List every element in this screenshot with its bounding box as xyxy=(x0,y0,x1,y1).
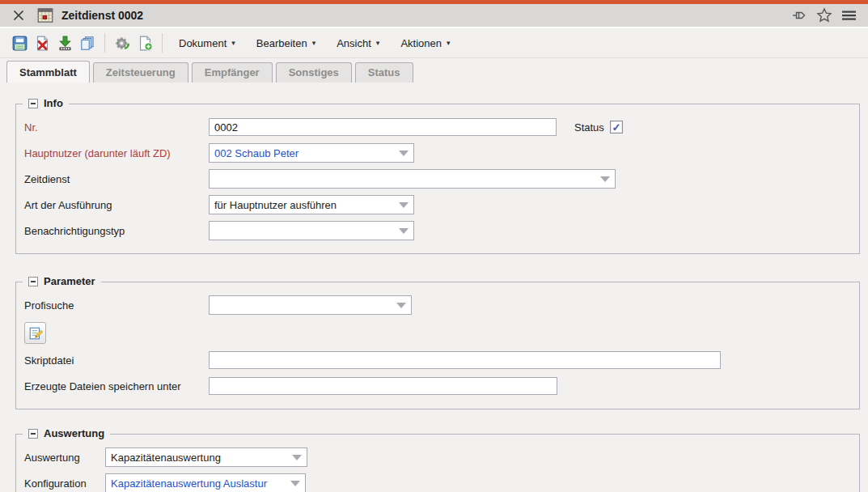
chevron-down-icon: ▾ xyxy=(376,40,380,47)
art-der-ausfuehrung-value: für Hauptnutzer ausführen xyxy=(210,196,394,214)
toolbar-separator xyxy=(104,33,105,53)
hauptnutzer-dropdown[interactable]: 002 Schaub Peter xyxy=(209,143,414,163)
delete-document-icon xyxy=(35,36,50,51)
pin-icon xyxy=(792,9,808,22)
auswertung-dropdown[interactable]: Kapazitätenauswertung xyxy=(105,447,307,467)
hauptnutzer-label: Hauptnutzer (darunter läuft ZD) xyxy=(24,147,209,159)
dropdown-arrow-icon xyxy=(394,196,413,214)
save-icon xyxy=(12,36,28,51)
konfiguration-value: Kapazitätenauswertung Auslastur xyxy=(106,474,286,492)
dropdown-arrow-icon xyxy=(394,144,413,162)
toolbar-separator xyxy=(162,33,163,53)
copy-button[interactable] xyxy=(76,32,99,54)
import-button[interactable] xyxy=(53,32,76,54)
toolbar: Dokument ▾ Bearbeiten ▾ Ansicht ▾ Aktion… xyxy=(0,28,868,58)
art-der-ausfuehrung-label: Art der Ausführung xyxy=(24,199,209,211)
group-title: Parameter xyxy=(44,275,95,287)
tab-empfaenger[interactable]: Empfänger xyxy=(192,62,273,83)
collapse-toggle[interactable] xyxy=(28,429,38,439)
form-content: Info Nr. Status ✓ Hauptnutzer (darunter … xyxy=(0,83,868,492)
field-row-erzeugte-dateien: Erzeugte Dateien speichern unter xyxy=(24,376,851,396)
page-title: Zeitdienst 0002 xyxy=(61,9,143,22)
zeitdienst-value xyxy=(210,170,595,188)
erzeugte-dateien-input[interactable] xyxy=(209,377,557,395)
art-der-ausfuehrung-dropdown[interactable]: für Hauptnutzer ausführen xyxy=(209,195,414,214)
hamburger-icon xyxy=(841,9,857,22)
collapse-toggle[interactable] xyxy=(28,277,38,286)
star-icon xyxy=(816,7,832,23)
field-row-edit-button xyxy=(24,321,851,344)
zeitdienst-dropdown[interactable] xyxy=(209,169,616,189)
copy-icon xyxy=(80,36,95,51)
menu-bearbeiten[interactable]: Bearbeiten ▾ xyxy=(246,32,326,54)
minus-icon xyxy=(31,281,36,282)
new-document-icon xyxy=(138,36,153,51)
minus-icon xyxy=(31,103,36,104)
collapse-toggle[interactable] xyxy=(28,99,38,108)
pin-button[interactable] xyxy=(790,6,810,25)
auswertung-label: Auswertung xyxy=(24,452,105,464)
chevron-down-icon: ▾ xyxy=(312,40,316,47)
menu-ansicht[interactable]: Ansicht ▾ xyxy=(326,32,390,54)
field-row-art: Art der Ausführung für Hauptnutzer ausfü… xyxy=(24,195,851,214)
menu-dokument[interactable]: Dokument ▾ xyxy=(168,32,246,54)
auswertung-value: Kapazitätenauswertung xyxy=(106,448,287,466)
profisuche-value xyxy=(210,296,392,314)
edit-profisuche-button[interactable] xyxy=(24,322,46,344)
group-auswertung-legend: Auswertung xyxy=(23,427,110,439)
chevron-down-icon: ▾ xyxy=(447,40,451,47)
save-button[interactable] xyxy=(8,32,31,54)
dropdown-arrow-icon xyxy=(595,170,615,188)
title-bar: Zeitdienst 0002 xyxy=(0,4,868,28)
tab-status[interactable]: Status xyxy=(355,62,413,83)
konfiguration-dropdown[interactable]: Kapazitätenauswertung Auslastur xyxy=(105,473,306,492)
app-window: Zeitdienst 0002 xyxy=(0,0,868,492)
window-menu-button[interactable] xyxy=(839,6,858,25)
field-row-auswertung: Auswertung Kapazitätenauswertung xyxy=(24,447,851,467)
dropdown-arrow-icon xyxy=(394,222,413,240)
profisuche-dropdown[interactable] xyxy=(209,295,412,315)
new-document-button[interactable] xyxy=(133,32,156,54)
skriptdatei-label: Skriptdatei xyxy=(24,354,209,367)
status-field: Status ✓ xyxy=(574,121,623,134)
tab-bar: Stammblatt Zeitsteuerung Empfänger Sonst… xyxy=(0,58,868,83)
field-row-skriptdatei: Skriptdatei xyxy=(24,350,851,370)
nr-label: Nr. xyxy=(24,121,209,134)
skriptdatei-input[interactable] xyxy=(209,351,721,369)
field-row-benachrichtigungstyp: Benachrichtigungstyp xyxy=(24,221,851,240)
group-title: Info xyxy=(44,97,63,109)
group-info: Info Nr. Status ✓ Hauptnutzer (darunter … xyxy=(15,104,860,254)
menu-label: Dokument xyxy=(179,37,227,49)
favorite-button[interactable] xyxy=(815,6,834,25)
edit-document-icon xyxy=(28,326,43,341)
status-checkbox[interactable]: ✓ xyxy=(610,121,623,134)
status-label: Status xyxy=(574,121,604,134)
nr-input[interactable] xyxy=(209,118,557,136)
dropdown-arrow-icon xyxy=(286,474,305,492)
field-row-zeitdienst: Zeitdienst xyxy=(24,169,851,189)
menu-label: Ansicht xyxy=(337,37,371,49)
profisuche-label: Profisuche xyxy=(24,299,209,312)
field-row-konfiguration: Konfiguration Kapazitätenauswertung Ausl… xyxy=(24,473,851,492)
delete-button[interactable] xyxy=(31,32,53,54)
benachrichtigungstyp-dropdown[interactable] xyxy=(209,221,414,240)
zeitdienst-calendar-icon xyxy=(37,7,53,23)
benachrichtigungstyp-value xyxy=(210,222,394,240)
dropdown-arrow-icon xyxy=(287,448,307,466)
tab-sonstiges[interactable]: Sonstiges xyxy=(276,62,352,83)
tab-zeitsteuerung[interactable]: Zeitsteuerung xyxy=(93,62,188,83)
field-row-hauptnutzer: Hauptnutzer (darunter läuft ZD) 002 Scha… xyxy=(24,143,851,163)
group-info-legend: Info xyxy=(23,97,69,109)
menu-label: Aktionen xyxy=(400,37,442,49)
group-parameter-legend: Parameter xyxy=(23,275,101,287)
hauptnutzer-value: 002 Schaub Peter xyxy=(210,144,394,162)
close-button[interactable] xyxy=(10,6,28,24)
zeitdienst-label: Zeitdienst xyxy=(24,173,209,185)
menu-aktionen[interactable]: Aktionen ▾ xyxy=(390,32,460,54)
group-title: Auswertung xyxy=(44,427,104,439)
chevron-down-icon: ▾ xyxy=(231,40,235,47)
group-auswertung: Auswertung Auswertung Kapazitätenauswert… xyxy=(15,434,860,492)
process-button[interactable] xyxy=(111,32,133,54)
tab-stammblatt[interactable]: Stammblatt xyxy=(6,61,90,83)
benachrichtigungstyp-label: Benachrichtigungstyp xyxy=(24,225,209,237)
